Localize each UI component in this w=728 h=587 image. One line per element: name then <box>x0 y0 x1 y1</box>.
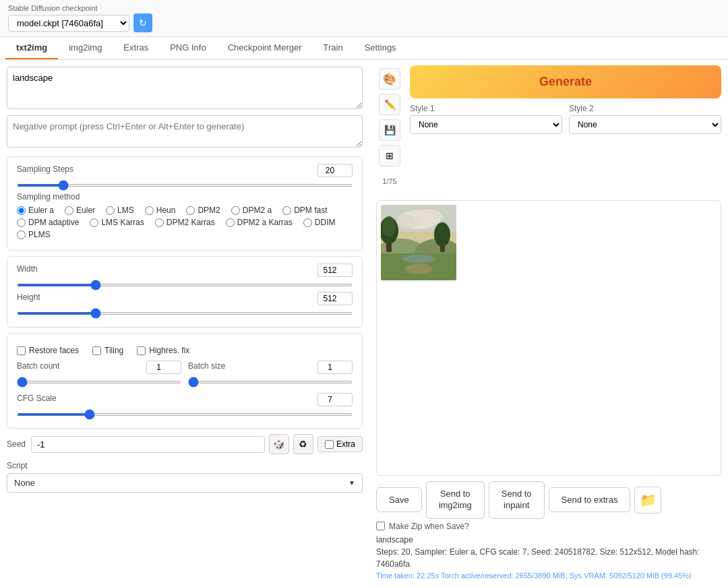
width-label: Width <box>17 264 38 274</box>
radio-dpm2-karras[interactable]: DPM2 Karras <box>155 218 215 227</box>
radio-dpm-fast[interactable]: DPM fast <box>282 206 327 215</box>
settings-box: Sampling Steps Sampling method Euler a E… <box>7 156 363 251</box>
tab-extras[interactable]: Extras <box>113 37 159 59</box>
recycle-icon: ♻ <box>299 439 307 450</box>
seed-input[interactable] <box>31 436 265 453</box>
width-slider[interactable] <box>17 284 353 286</box>
image-prompt: landscape <box>376 534 721 546</box>
brush-icon-button[interactable]: 🎨 <box>379 68 400 90</box>
tiling-checkbox[interactable]: Tiling <box>92 346 123 355</box>
batch-count-slider[interactable] <box>17 381 181 383</box>
radio-dpm2[interactable]: DPM2 <box>186 206 220 215</box>
radio-dpm2-a[interactable]: DPM2 a <box>231 206 272 215</box>
cfg-value[interactable] <box>317 393 353 406</box>
positive-prompt[interactable]: landscape <box>7 67 363 109</box>
batch-size-col: Batch size <box>188 361 353 389</box>
options-row: Restore faces Tiling Highres. fix <box>17 346 353 355</box>
refresh-icon: ↻ <box>139 18 147 28</box>
svg-point-14 <box>405 264 432 274</box>
svg-point-11 <box>382 216 396 237</box>
generate-button[interactable]: Generate <box>410 65 721 98</box>
icon-sidebar: 🎨 ✏️ 💾 ⊞ 1/75 <box>376 65 403 195</box>
header: Stable Diffusion checkpoint model.ckpt [… <box>0 0 728 37</box>
send-extras-button[interactable]: Send to extras <box>549 487 631 512</box>
folder-button[interactable]: 📁 <box>634 487 661 514</box>
style2-select[interactable]: None <box>569 115 721 134</box>
image-display <box>376 200 721 476</box>
action-buttons: Save Send to img2img Send to inpaint Sen… <box>376 481 721 519</box>
make-zip-row: Make Zip when Save? <box>376 522 721 531</box>
radio-lms[interactable]: LMS <box>106 206 134 215</box>
extra-button[interactable]: Extra <box>317 436 363 452</box>
dimensions-box: Width Height <box>7 256 363 328</box>
image-time: Time taken: 22.25s Torch active/reserved… <box>376 570 721 582</box>
radio-plms[interactable]: PLMS <box>17 230 51 239</box>
batch-size-label: Batch size <box>188 361 225 371</box>
seed-row: Seed 🎲 ♻ Extra <box>7 434 363 454</box>
folder-icon: 📁 <box>640 492 657 508</box>
make-zip-label: Make Zip when Save? <box>389 522 469 531</box>
make-zip-checkbox[interactable] <box>376 522 385 530</box>
send-img2img-button[interactable]: Send to img2img <box>426 481 485 519</box>
dice-icon: 🎲 <box>273 439 284 450</box>
sampling-steps-value[interactable] <box>317 164 353 177</box>
dice-button[interactable]: 🎲 <box>269 434 289 454</box>
pencil-icon-button[interactable]: ✏️ <box>379 94 400 115</box>
svg-point-5 <box>413 209 443 225</box>
brush-icon: 🎨 <box>383 73 396 86</box>
style1-col: Style 1 None <box>410 104 562 134</box>
grid-icon-button[interactable]: ⊞ <box>379 145 400 166</box>
send-inpaint-button[interactable]: Send to inpaint <box>489 481 545 519</box>
right-panel: 🎨 ✏️ 💾 ⊞ 1/75 Generate Style <box>369 60 728 586</box>
chevron-down-icon: ▼ <box>348 479 355 487</box>
style1-select[interactable]: None <box>410 115 562 134</box>
radio-euler-a[interactable]: Euler a <box>17 206 54 215</box>
width-row: Width <box>17 264 353 277</box>
radio-heun[interactable]: Heun <box>145 206 176 215</box>
radio-lms-karras[interactable]: LMS Karras <box>90 218 144 227</box>
sampling-method-group: Euler a Euler LMS Heun DPM2 DPM2 a DPM f… <box>17 206 353 239</box>
batch-size-value[interactable] <box>317 361 353 374</box>
sampling-method-label: Sampling method <box>17 192 353 202</box>
batch-count-value[interactable] <box>146 361 181 374</box>
cfg-row: CFG Scale <box>17 393 353 421</box>
seed-label: Seed <box>7 439 27 449</box>
recycle-button[interactable]: ♻ <box>293 434 313 454</box>
tab-settings[interactable]: Settings <box>354 37 407 59</box>
tab-img2img[interactable]: img2img <box>58 37 113 59</box>
action-area: Save Send to img2img Send to inpaint Sen… <box>376 481 721 581</box>
radio-ddim[interactable]: DDIM <box>303 218 336 227</box>
script-select[interactable]: None ▼ <box>7 473 363 493</box>
style2-label: Style 2 <box>569 104 721 113</box>
sampling-steps-slider[interactable] <box>17 184 353 187</box>
model-select[interactable]: model.ckpt [7460a6fa] <box>8 15 129 32</box>
radio-dpm-adaptive[interactable]: DPM adaptive <box>17 218 79 227</box>
height-label: Height <box>17 292 40 302</box>
negative-prompt[interactable] <box>7 115 363 148</box>
height-slider[interactable] <box>17 312 353 315</box>
width-value[interactable] <box>317 264 353 277</box>
style-row: Style 1 None Style 2 None <box>410 104 721 134</box>
highres-fix-checkbox[interactable]: Highres. fix <box>137 346 189 355</box>
svg-point-15 <box>402 255 435 263</box>
sampling-steps-label: Sampling Steps <box>17 164 73 174</box>
cfg-slider[interactable] <box>17 413 353 416</box>
cfg-label: CFG Scale <box>17 394 57 403</box>
save-button[interactable]: Save <box>376 487 422 512</box>
restore-faces-checkbox[interactable]: Restore faces <box>17 346 79 355</box>
batch-count-col: Batch count <box>17 361 181 389</box>
height-value[interactable] <box>317 292 353 305</box>
image-info: landscape Steps: 20, Sampler: Euler a, C… <box>376 534 721 582</box>
tab-checkpoint-merger[interactable]: Checkpoint Merger <box>217 37 313 59</box>
radio-dpm2-a-karras[interactable]: DPM2 a Karras <box>226 218 293 227</box>
style1-label: Style 1 <box>410 104 562 113</box>
pencil-icon: ✏️ <box>384 99 396 110</box>
generate-area: Generate Style 1 None Style 2 None <box>410 65 721 195</box>
model-refresh-button[interactable]: ↻ <box>133 13 152 32</box>
radio-euler[interactable]: Euler <box>65 206 95 215</box>
batch-size-slider[interactable] <box>188 381 353 383</box>
tab-png-info[interactable]: PNG Info <box>159 37 216 59</box>
tab-txt2img[interactable]: txt2img <box>5 37 58 59</box>
save-icon-button[interactable]: 💾 <box>379 119 400 141</box>
tab-train[interactable]: Train <box>313 37 354 59</box>
